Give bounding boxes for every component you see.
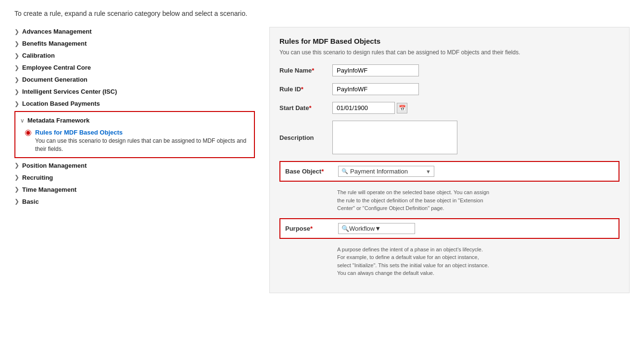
- purpose-select[interactable]: 🔍 Workflow ▼: [338, 223, 415, 234]
- form-row-base-object: Base Object* 🔍 Payment Information ▼: [285, 166, 614, 177]
- chevron-icon: ❯: [14, 186, 19, 193]
- scenario-content: Rules for MDF Based Objects You can use …: [35, 129, 249, 153]
- category-label: Basic: [22, 198, 39, 205]
- scenario-description: You can use this scenario to design rule…: [35, 137, 249, 153]
- category-label: Employee Central Core: [22, 64, 91, 71]
- category-item-isc[interactable]: ❯ Intelligent Services Center (ISC): [14, 87, 255, 96]
- base-object-select[interactable]: 🔍 Payment Information ▼: [338, 166, 434, 177]
- category-label: Advances Management: [22, 28, 92, 35]
- chevron-icon: ❯: [14, 76, 19, 83]
- chevron-icon: ❯: [14, 52, 19, 59]
- category-label: Intelligent Services Center (ISC): [22, 88, 117, 95]
- scenario-item-mdf[interactable]: Rules for MDF Based Objects You can use …: [25, 129, 249, 153]
- category-item-position-management[interactable]: ❯ Position Management: [14, 161, 255, 170]
- category-item-advances-management[interactable]: ❯ Advances Management: [14, 27, 255, 36]
- rule-name-label: Rule Name*: [279, 67, 332, 74]
- chevron-icon: ❯: [14, 40, 19, 47]
- calendar-icon[interactable]: 📅: [397, 103, 407, 113]
- search-icon: 🔍: [341, 168, 348, 174]
- base-object-label: Base Object*: [285, 168, 338, 175]
- category-item-recruiting[interactable]: ❯ Recruiting: [14, 173, 255, 182]
- start-date-label: Start Date*: [279, 104, 332, 111]
- chevron-icon: ❯: [14, 174, 19, 181]
- date-wrapper: 📅: [332, 102, 407, 114]
- category-item-location-based-payments[interactable]: ❯ Location Based Payments: [14, 99, 255, 108]
- category-item-benefits-management[interactable]: ❯ Benefits Management: [14, 39, 255, 48]
- form-row-description: Description: [279, 121, 619, 154]
- category-label: Position Management: [22, 162, 87, 169]
- rules-panel-description: You can use this scenario to design rule…: [279, 48, 619, 57]
- chevron-icon: ❯: [14, 28, 19, 35]
- required-marker: *: [309, 104, 311, 111]
- dropdown-arrow-icon: ▼: [375, 225, 381, 232]
- chevron-icon: ❯: [14, 100, 19, 107]
- base-object-section: Base Object* 🔍 Payment Information ▼: [279, 161, 619, 182]
- base-object-help-text: The rule will operate on the selected ba…: [337, 188, 491, 212]
- category-label: Recruiting: [22, 174, 53, 181]
- rule-id-input[interactable]: [332, 83, 419, 95]
- chevron-icon: ❯: [14, 64, 19, 71]
- category-item-basic[interactable]: ❯ Basic: [14, 197, 255, 206]
- purpose-help-text: A purpose defines the intent of a phase …: [337, 246, 491, 277]
- category-expanded-label: Metadata Framework: [27, 117, 89, 124]
- chevron-icon: ❯: [14, 88, 19, 95]
- chevron-down-icon: ∨: [20, 117, 25, 124]
- category-item-time-management[interactable]: ❯ Time Management: [14, 185, 255, 194]
- form-row-rule-name: Rule Name*: [279, 64, 619, 76]
- form-row-purpose: Purpose* 🔍 Workflow ▼: [285, 223, 614, 234]
- intro-text: To create a rule, expand a rule scenario…: [14, 10, 630, 17]
- search-icon: 🔍: [341, 225, 349, 232]
- right-panel: Rules for MDF Based Objects You can use …: [269, 27, 630, 293]
- start-date-input[interactable]: [332, 102, 395, 114]
- dropdown-arrow-icon: ▼: [426, 169, 431, 174]
- required-marker: *: [321, 168, 324, 175]
- scenario-title[interactable]: Rules for MDF Based Objects: [35, 129, 249, 136]
- purpose-value: Workflow: [349, 225, 375, 232]
- form-row-rule-id: Rule ID*: [279, 83, 619, 95]
- rules-panel-title: Rules for MDF Based Objects: [279, 37, 619, 45]
- base-object-value: Payment Information: [350, 168, 426, 175]
- left-panel: ❯ Advances Management ❯ Benefits Managem…: [14, 27, 255, 209]
- chevron-icon: ❯: [14, 198, 19, 205]
- chevron-icon: ❯: [14, 162, 19, 169]
- category-item-document-generation[interactable]: ❯ Document Generation: [14, 75, 255, 84]
- description-label: Description: [279, 134, 332, 141]
- required-marker: *: [301, 86, 303, 93]
- required-marker: *: [312, 67, 314, 74]
- category-label: Time Management: [22, 186, 76, 193]
- form-row-start-date: Start Date* 📅: [279, 102, 619, 114]
- required-marker: *: [310, 225, 313, 232]
- category-label: Benefits Management: [22, 40, 87, 47]
- description-textarea[interactable]: [332, 121, 457, 154]
- rule-id-label: Rule ID*: [279, 86, 332, 93]
- category-expanded-metadata-framework: ∨ Metadata Framework Rules for MDF Based…: [14, 111, 255, 158]
- scenario-radio[interactable]: [25, 130, 31, 136]
- main-layout: ❯ Advances Management ❯ Benefits Managem…: [14, 27, 630, 293]
- purpose-label: Purpose*: [285, 225, 338, 232]
- metadata-framework-header[interactable]: ∨ Metadata Framework: [20, 116, 249, 125]
- category-item-calibration[interactable]: ❯ Calibration: [14, 51, 255, 60]
- purpose-section: Purpose* 🔍 Workflow ▼: [279, 218, 619, 239]
- category-item-employee-central-core[interactable]: ❯ Employee Central Core: [14, 63, 255, 72]
- category-label: Location Based Payments: [22, 100, 100, 107]
- rule-name-input[interactable]: [332, 64, 419, 76]
- category-label: Calibration: [22, 52, 55, 59]
- category-label: Document Generation: [22, 76, 88, 83]
